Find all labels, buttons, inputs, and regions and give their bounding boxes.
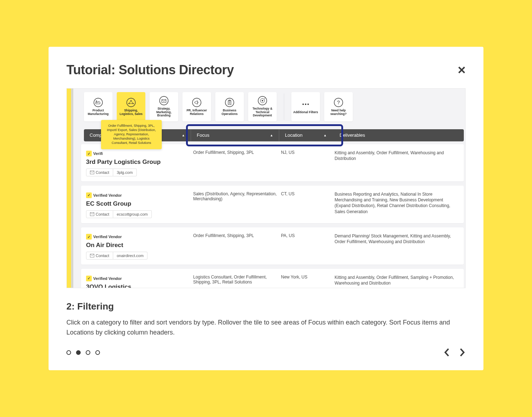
website-link[interactable]: onairdirect.com [113, 252, 147, 260]
tile-pr-influencer-relations[interactable]: PR, Influencer Relations [182, 92, 211, 121]
dot-3[interactable] [86, 350, 90, 355]
megaphone-icon [192, 97, 202, 107]
tile-label: PR, Influencer Relations [184, 109, 210, 116]
tutorial-modal: Tutorial: Solutions Directory Product Ma… [49, 47, 483, 371]
modal-title: Tutorial: Solutions Directory [66, 62, 234, 77]
question-icon: ? [333, 97, 343, 107]
th-deliverables[interactable]: Deliverables [332, 129, 464, 141]
vendor-name[interactable]: On Air Direct [86, 242, 193, 249]
envelope-icon [90, 212, 94, 216]
svg-point-8 [225, 98, 234, 107]
vendor-info: ✓ Verified Vendor On Air Direct Contact … [86, 233, 193, 260]
tile-label: Strategy, Marketing, Branding [151, 107, 177, 117]
vendor-actions: Contact onairdirect.com [86, 252, 193, 260]
checkmark-icon: ✓ [86, 151, 92, 156]
th-deliverables-label: Deliverables [340, 132, 365, 138]
step-body: Click on a category to filter and sort v… [66, 318, 466, 338]
vendor-row: ✓ Verified Vendor EC Scott Group Contact… [81, 186, 464, 223]
verified-badge: ✓ Verified Vendor [86, 276, 122, 281]
vendor-name[interactable]: 3OVO Logistics [86, 283, 193, 288]
vendor-deliverables: Kitting and Assembly, Order Fulfillment,… [335, 150, 457, 177]
nav-arrows [443, 347, 466, 357]
contact-button[interactable]: Contact [86, 210, 113, 218]
vendor-row: ✓ Verified Vendor On Air Direct Contact … [81, 227, 464, 265]
vendor-rows: ✓ Verifi 3rd Party Logistics Group Conta… [81, 144, 464, 288]
chevron-right-icon [459, 347, 466, 357]
prev-button[interactable] [443, 347, 450, 357]
vendor-actions: Contact ecscottgroup.com [86, 210, 193, 218]
vendor-focus: Order Fulfillment, Shipping, 3PL [193, 233, 281, 260]
tile-strategy-marketing-branding[interactable]: Strategy, Marketing, Branding [150, 92, 178, 121]
tile-separator [284, 94, 284, 120]
website-link[interactable]: 3plg.com [113, 169, 137, 176]
step-title: 2: Filtering [66, 301, 466, 312]
svg-point-5 [160, 96, 168, 105]
tile-label: Shipping, Logistics, Sales [118, 109, 144, 116]
more-icon [301, 99, 311, 109]
envelope-icon [159, 96, 169, 106]
pagination-dots [66, 350, 100, 355]
vendor-location: NJ, US [281, 150, 335, 177]
verified-label: Verifi [93, 151, 103, 156]
verified-badge: ✓ Verified Vendor [86, 234, 122, 240]
dot-1[interactable] [66, 350, 71, 355]
modal-header: Tutorial: Solutions Directory [66, 62, 466, 77]
verified-badge: ✓ Verified Vendor [86, 192, 122, 198]
vendor-name[interactable]: 3rd Party Logistics Group [86, 159, 193, 166]
tile-label: Additional Filters [293, 111, 318, 114]
th-focus-label: Focus [197, 132, 209, 138]
th-focus[interactable]: Focus ▲ [191, 129, 279, 141]
contact-button[interactable]: Contact [86, 252, 113, 260]
tile-technology-development[interactable]: Technology & Technical Development [248, 92, 277, 121]
tutorial-footer [66, 347, 466, 357]
clipboard-icon [225, 97, 235, 107]
svg-point-15 [305, 104, 306, 105]
verified-label: Verified Vendor [93, 235, 122, 239]
sort-up-icon: ▲ [270, 134, 273, 137]
category-tiles: Product Manufacturing Shipping, Logistic… [84, 92, 353, 121]
dot-2[interactable] [76, 350, 81, 355]
contact-label: Contact [96, 170, 109, 175]
tile-business-operations[interactable]: Business Operations [215, 92, 244, 121]
tile-label: Product Manufacturing [85, 109, 111, 116]
svg-point-7 [192, 98, 201, 107]
svg-point-13 [262, 100, 263, 101]
vendor-row: ✓ Verifi 3rd Party Logistics Group Conta… [81, 144, 464, 182]
tile-label: Business Operations [217, 109, 242, 116]
verified-label: Verified Vendor [93, 276, 122, 281]
th-location[interactable]: Location ▲ [279, 129, 332, 141]
website-link[interactable]: ecscottgroup.com [113, 210, 152, 218]
vendor-deliverables: Kitting and Assembly, Order Fulfillment,… [335, 275, 457, 288]
vendor-info: ✓ Verified Vendor 3OVO Logistics Contact… [86, 275, 193, 288]
dot-4[interactable] [95, 350, 100, 355]
tile-product-manufacturing[interactable]: Product Manufacturing [84, 92, 112, 121]
chevron-left-icon [443, 347, 450, 357]
svg-rect-9 [228, 101, 231, 105]
browser-chrome-strip-2 [71, 89, 73, 288]
vendor-info: ✓ Verifi 3rd Party Logistics Group Conta… [86, 150, 193, 177]
tile-additional-filters[interactable]: Additional Filters [291, 92, 320, 121]
vendor-deliverables: Business Reporting and Analytics, Nation… [335, 191, 457, 218]
tile-label: Need help searching? [326, 109, 351, 116]
category-tooltip: Order Fulfillment, Shipping, 3PL, Import… [101, 120, 162, 150]
sort-up-icon: ▲ [323, 134, 327, 137]
tile-help-search[interactable]: ? Need help searching? [324, 92, 353, 121]
svg-text:?: ? [337, 100, 340, 105]
network-icon [126, 97, 136, 107]
contact-label: Contact [96, 253, 109, 258]
close-button[interactable] [458, 66, 466, 74]
tile-shipping-logistics-sales[interactable]: Shipping, Logistics, Sales [117, 92, 145, 121]
vendor-info: ✓ Verified Vendor EC Scott Group Contact… [86, 191, 193, 218]
svg-point-16 [307, 104, 309, 105]
vendor-focus: Sales (Distribution, Agency, Representat… [193, 191, 281, 218]
vendor-actions: Contact 3plg.com [86, 169, 193, 176]
vendor-row: ✓ Verified Vendor 3OVO Logistics Contact… [81, 269, 464, 288]
vendor-name[interactable]: EC Scott Group [86, 200, 193, 207]
vendor-deliverables: Demand Planning/ Stock Management, Kitti… [335, 233, 457, 260]
contact-button[interactable]: Contact [86, 169, 113, 176]
browser-chrome-strip [67, 89, 71, 288]
svg-point-14 [302, 104, 304, 105]
next-button[interactable] [459, 347, 466, 357]
th-location-label: Location [285, 132, 302, 138]
envelope-icon [90, 171, 94, 174]
